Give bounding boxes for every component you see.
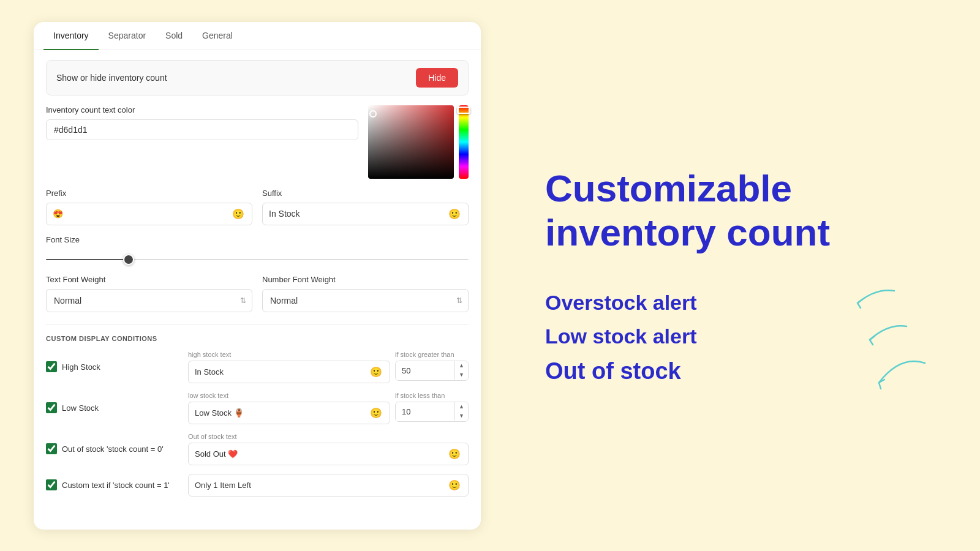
low-stock-text-input-wrap: 🙂	[188, 402, 390, 424]
hide-button[interactable]: Hide	[416, 68, 458, 88]
font-size-label: Font Size	[46, 235, 469, 244]
suffix-label: Suffix	[262, 189, 469, 198]
suffix-emoji-button[interactable]: 🙂	[447, 208, 462, 220]
oos-fields: Out of stock text 🙂	[188, 433, 469, 465]
number-font-weight-select-wrap: Normal Bold Light	[262, 289, 469, 312]
low-stock-number-arrows: ▲ ▼	[454, 402, 468, 421]
custom-one-fields: 🙂	[188, 474, 469, 497]
low-stock-number-field-group: if stock less than ▲ ▼	[395, 392, 469, 424]
color-gradient-handle[interactable]	[369, 110, 377, 118]
color-gradient[interactable]	[368, 105, 454, 179]
low-stock-fields: low stock text 🙂 if stock less than	[188, 392, 469, 424]
arrow1-doodle	[851, 285, 900, 315]
low-stock-text-input[interactable]	[195, 408, 369, 418]
high-stock-number-input[interactable]	[396, 361, 454, 380]
settings-card: Inventory Separator Sold General Show or…	[34, 22, 481, 530]
high-stock-field-group: high stock text 🙂 if stock greater than	[188, 351, 469, 383]
low-stock-text-label: low stock text	[188, 392, 390, 399]
high-stock-num-up[interactable]: ▲	[455, 361, 468, 370]
oos-text-label: Out of stock text	[188, 433, 469, 440]
left-panel: Inventory Separator Sold General Show or…	[0, 0, 514, 551]
color-section: Inventory count text color	[46, 105, 469, 179]
custom-one-input-wrap: 🙂	[188, 474, 469, 497]
color-picker-area	[368, 105, 469, 179]
low-stock-row: Low Stock low stock text 🙂	[46, 392, 469, 424]
high-stock-text-input-wrap: 🙂	[188, 361, 390, 383]
custom-one-label-text: Custom text if 'stock count = 1'	[62, 481, 170, 490]
high-stock-emoji-btn[interactable]: 🙂	[369, 366, 383, 378]
prefix-input[interactable]	[53, 209, 231, 219]
color-spectrum[interactable]	[459, 105, 469, 179]
low-stock-checkbox[interactable]	[46, 402, 57, 413]
low-stock-text-field-group: low stock text 🙂	[188, 392, 390, 424]
font-size-slider[interactable]	[46, 259, 469, 260]
suffix-input[interactable]	[269, 209, 447, 219]
number-font-weight-group: Number Font Weight Normal Bold Light	[262, 275, 469, 312]
oos-text-input[interactable]	[195, 449, 447, 459]
low-stock-field-group: low stock text 🙂 if stock less than	[188, 392, 469, 424]
low-stock-num-label: if stock less than	[395, 392, 469, 399]
low-stock-num-up[interactable]: ▲	[455, 402, 468, 411]
high-stock-checkbox-label: High Stock	[46, 361, 181, 372]
text-font-weight-label: Text Font Weight	[46, 275, 252, 284]
oos-emoji-btn[interactable]: 🙂	[447, 448, 462, 460]
prefix-input-wrap: 🙂	[46, 203, 252, 225]
oos-checkbox[interactable]	[46, 443, 57, 454]
out-of-stock-row: Out of stock 'stock count = 0' Out of st…	[46, 433, 469, 465]
title-line2: inventory count	[545, 211, 830, 253]
arrow3-doodle	[870, 358, 931, 401]
custom-one-emoji-btn[interactable]: 🙂	[447, 479, 462, 491]
number-font-weight-label: Number Font Weight	[262, 275, 469, 284]
custom-one-row: Custom text if 'stock count = 1' 🙂	[46, 474, 469, 497]
low-stock-number-input[interactable]	[396, 402, 454, 421]
high-stock-row: High Stock high stock text 🙂	[46, 351, 469, 383]
alert2-container: Low stock alert	[545, 324, 949, 348]
high-stock-checkbox[interactable]	[46, 361, 57, 372]
tab-bar: Inventory Separator Sold General	[34, 22, 481, 50]
conditions-section: CUSTOM DISPLAY CONDITIONS High Stock hig…	[46, 324, 469, 497]
color-input-group: Inventory count text color	[46, 105, 358, 140]
tab-general[interactable]: General	[192, 22, 243, 50]
high-stock-number-wrap: ▲ ▼	[395, 361, 469, 381]
alert1-container: Overstock alert	[545, 291, 949, 315]
low-stock-text: Low Stock	[62, 403, 99, 413]
spectrum-handle[interactable]	[457, 107, 470, 114]
tab-separator[interactable]: Separator	[99, 22, 156, 50]
color-text-input[interactable]	[46, 119, 358, 140]
high-stock-num-down[interactable]: ▼	[455, 370, 468, 380]
high-stock-text-field-group: high stock text 🙂	[188, 351, 390, 383]
low-stock-emoji-btn[interactable]: 🙂	[369, 407, 383, 419]
card-body: Show or hide inventory count Hide Invent…	[34, 50, 481, 515]
color-label: Inventory count text color	[46, 105, 358, 114]
low-stock-checkbox-label: Low Stock	[46, 402, 181, 413]
custom-one-text-input[interactable]	[195, 481, 447, 490]
low-stock-num-down[interactable]: ▼	[455, 411, 468, 421]
hide-row: Show or hide inventory count Hide	[46, 60, 469, 96]
alert3-container: Out of stock	[545, 358, 949, 384]
custom-one-checkbox[interactable]	[46, 479, 57, 490]
low-stock-number-wrap: ▲ ▼	[395, 402, 469, 422]
tab-inventory[interactable]: Inventory	[43, 22, 99, 50]
prefix-emoji-button[interactable]: 🙂	[231, 208, 246, 220]
right-title: Customizable inventory count	[545, 167, 949, 254]
oos-text-input-wrap: 🙂	[188, 443, 469, 465]
title-line1: Customizable	[545, 167, 792, 209]
high-stock-number-arrows: ▲ ▼	[454, 361, 468, 380]
conditions-label: CUSTOM DISPLAY CONDITIONS	[46, 335, 469, 342]
tab-sold[interactable]: Sold	[156, 22, 192, 50]
text-font-weight-select-wrap: Normal Bold Light	[46, 289, 252, 312]
suffix-input-wrap: 🙂	[262, 203, 469, 225]
text-font-weight-group: Text Font Weight Normal Bold Light	[46, 275, 252, 312]
oos-checkbox-label: Out of stock 'stock count = 0'	[46, 443, 181, 454]
text-font-weight-select[interactable]: Normal Bold Light	[46, 289, 252, 312]
high-stock-text: High Stock	[62, 362, 100, 372]
number-font-weight-select[interactable]: Normal Bold Light	[262, 289, 469, 312]
hide-row-label: Show or hide inventory count	[56, 73, 167, 83]
high-stock-text-label: high stock text	[188, 351, 390, 358]
high-stock-fields: high stock text 🙂 if stock greater than	[188, 351, 469, 383]
font-size-slider-container	[46, 249, 469, 265]
high-stock-text-input[interactable]	[195, 367, 369, 377]
prefix-label: Prefix	[46, 189, 252, 198]
right-content: Customizable inventory count Overstock a…	[545, 167, 949, 384]
prefix-suffix-row: Prefix 🙂 Suffix 🙂	[46, 189, 469, 225]
